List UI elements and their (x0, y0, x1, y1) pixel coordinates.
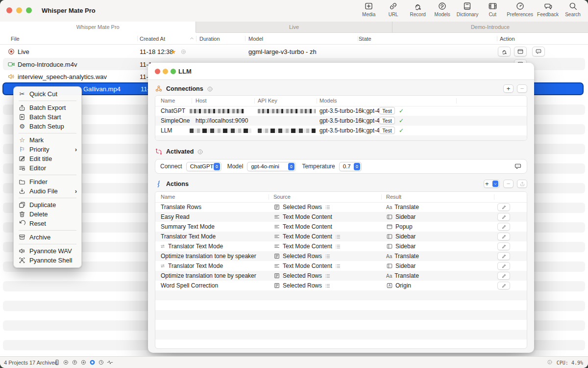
edit-action-button[interactable] (497, 262, 510, 270)
row-window-button[interactable] (514, 47, 527, 56)
swap-icon (160, 243, 166, 249)
info-icon[interactable] (197, 149, 203, 155)
tab-bar: Whisper Mate Pro Live Demo-Introduce (0, 22, 588, 33)
edit-action-button[interactable] (497, 213, 510, 221)
edit-action-button[interactable] (497, 233, 510, 240)
column-header-action[interactable]: Action (500, 33, 515, 44)
close-window-button[interactable] (6, 7, 12, 13)
menu-item-batch-setup[interactable]: ⚙Batch Setup (14, 122, 81, 131)
menu-item-quick-cut[interactable]: ✂Quick Cut (14, 89, 81, 99)
export-actions-button[interactable] (517, 180, 527, 188)
column-header-duration[interactable]: Duration (199, 33, 220, 44)
connect-select[interactable]: ChatGPT (186, 162, 221, 171)
add-connection-button[interactable]: + (503, 84, 514, 93)
menu-item-batch-export[interactable]: Batch Export (14, 103, 81, 112)
menu-item-priority[interactable]: ⚐Priority› (14, 145, 81, 154)
model-select[interactable]: gpt-4o-mini (247, 162, 296, 171)
toolbar-search-button[interactable]: Search (561, 1, 585, 17)
action-row[interactable]: Translator Text Mode Text Mode Content S… (155, 232, 527, 241)
connection-row-llm[interactable]: LLM gpt-3.5-turbo-16k;gpt-4... Test ✓ (155, 126, 527, 135)
menu-item-reset[interactable]: Reset (14, 219, 81, 228)
menu-item-finder[interactable]: Finder (14, 177, 81, 186)
menu-item-pyannote-shell[interactable]: Pyannote Shell (14, 256, 81, 265)
column-header-file[interactable]: File (11, 33, 20, 44)
dialog-zoom-button[interactable] (171, 69, 176, 74)
row-record-button[interactable] (498, 47, 511, 56)
toolbar-cut-button[interactable]: Cut (480, 1, 505, 17)
action-row[interactable]: Translator Text Mode Text Mode Content S… (155, 261, 527, 271)
temperature-stepper[interactable]: 0.7 (339, 162, 362, 171)
add-action-button[interactable]: + (484, 180, 500, 188)
edit-action-button[interactable] (497, 203, 510, 211)
add-action-menu-icon[interactable] (492, 181, 498, 187)
menu-divider (19, 244, 76, 244)
minimize-window-button[interactable] (16, 7, 22, 13)
tab-demo-introduce[interactable]: Demo-Introduce (392, 22, 588, 33)
action-row[interactable]: Optimize translation tone by speaker Sel… (155, 271, 527, 281)
origin-icon: A (386, 282, 393, 289)
column-header-state[interactable]: State (359, 33, 371, 44)
edit-action-button[interactable] (497, 272, 510, 280)
toolbar-dictionary-button[interactable]: Dictionary (455, 1, 480, 17)
toolbar-feedback-button[interactable]: Feedback (535, 1, 561, 17)
row-stripe (155, 135, 527, 141)
action-row[interactable]: Translate Rows Selected Rows AaTranslate (155, 202, 527, 212)
upload-circle-icon[interactable] (72, 359, 78, 366)
action-row[interactable]: Word Spell Correction Selected Rows AOri… (155, 281, 527, 290)
remove-connection-button[interactable]: − (517, 84, 527, 93)
column-divider (456, 98, 457, 104)
info-icon[interactable] (207, 86, 213, 92)
chat-test-icon[interactable] (514, 162, 522, 170)
dialog-minimize-button[interactable] (163, 69, 168, 74)
action-row[interactable]: Easy Read Text Mode Content Sidebar (155, 212, 527, 222)
toolbar-media-button[interactable]: Media (357, 1, 381, 17)
action-row[interactable]: Summary Text Mode Text Mode Content Popu… (155, 222, 527, 232)
test-connection-button[interactable]: Test (379, 127, 395, 134)
menu-item-duplicate[interactable]: Duplicate (14, 200, 81, 210)
zoom-window-button[interactable] (26, 7, 32, 13)
plus-circle-icon[interactable] (80, 359, 87, 366)
test-connection-button[interactable]: Test (379, 107, 395, 114)
menu-item-mark[interactable]: ☆Mark (14, 135, 81, 145)
toolbar-models-button[interactable]: Models (430, 1, 455, 17)
tab-live[interactable]: Live (196, 22, 392, 33)
menu-item-delete[interactable]: Delete (14, 210, 81, 219)
action-row[interactable]: Translator Text Mode Text Mode Content S… (155, 241, 527, 251)
menu-item-batch-start[interactable]: Batch Start (14, 112, 81, 122)
tab-whisper-mate-pro[interactable]: Whisper Mate Pro (0, 22, 196, 33)
test-connection-button[interactable]: Test (379, 117, 395, 124)
menu-item-archive[interactable]: Archive (14, 233, 81, 242)
edit-action-button[interactable] (497, 282, 510, 289)
row-subtitle-button[interactable] (532, 47, 545, 56)
person-icon (18, 257, 26, 264)
toolbar-preferences-button[interactable]: Preferences (505, 1, 535, 17)
menu-divider (19, 198, 76, 198)
edit-action-button[interactable] (497, 242, 510, 250)
device-icon[interactable] (54, 359, 60, 366)
sort-ascending-icon (189, 36, 195, 41)
menu-item-edit-title[interactable]: Edit title (14, 154, 81, 163)
toolbar-record-button[interactable]: Record (406, 1, 430, 17)
stop-recording-icon[interactable] (89, 359, 96, 366)
remove-action-button[interactable]: − (503, 180, 514, 188)
stepper-icon (214, 163, 220, 170)
menu-item-audio-file[interactable]: Audio File› (14, 186, 81, 196)
activity-pulse-icon[interactable] (107, 359, 113, 366)
toolbar-url-button[interactable]: URL (381, 1, 406, 17)
connection-row-chatgpt[interactable]: ChatGPT gpt-3.5-turbo-16k;gpt-4... Test … (155, 106, 527, 116)
clock-icon[interactable] (98, 359, 104, 366)
redacted-host (190, 109, 245, 113)
action-row[interactable]: Optimize translation tone by speaker Sel… (155, 251, 527, 261)
edit-action-button[interactable] (497, 252, 510, 260)
column-header-created-at[interactable]: Created At (140, 33, 165, 44)
menu-item-pyannote-wav[interactable]: Pyannote WAV (14, 246, 81, 256)
connection-row-simpleone[interactable]: SimpleOne http://localhost:9090 gpt-3.5-… (155, 116, 527, 126)
dialog-close-button[interactable] (155, 69, 160, 74)
sidebar-icon (386, 213, 393, 220)
menu-item-editor[interactable]: Editor (14, 163, 81, 173)
record-target-icon[interactable] (63, 359, 69, 366)
column-header-model[interactable]: Model (248, 33, 263, 44)
pencil-icon (501, 283, 507, 289)
edit-action-button[interactable] (497, 223, 510, 231)
list-icon (324, 273, 331, 279)
